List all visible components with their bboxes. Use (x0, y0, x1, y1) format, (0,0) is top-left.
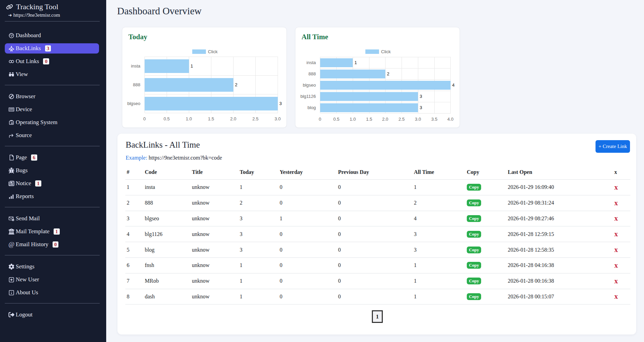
svg-text:3: 3 (420, 105, 422, 110)
svg-text:2.0: 2.0 (382, 117, 388, 122)
svg-text:3.5: 3.5 (431, 117, 437, 122)
svg-text:1.0: 1.0 (350, 117, 356, 122)
svg-text:3: 3 (420, 94, 422, 99)
svg-text:blgseo: blgseo (303, 83, 316, 88)
svg-text:4.0: 4.0 (447, 117, 453, 122)
svg-text:Click: Click (208, 49, 218, 54)
svg-text:0.5: 0.5 (333, 117, 339, 122)
svg-text:2: 2 (235, 82, 237, 87)
svg-text:2.5: 2.5 (252, 116, 258, 121)
svg-text:3.0: 3.0 (415, 117, 421, 122)
svg-text:1.5: 1.5 (366, 117, 372, 122)
svg-text:888: 888 (133, 82, 140, 87)
svg-text:2.0: 2.0 (230, 116, 236, 121)
svg-text:1.5: 1.5 (208, 116, 214, 121)
svg-text:3.0: 3.0 (275, 116, 281, 121)
svg-text:1: 1 (191, 63, 193, 69)
svg-text:0: 0 (143, 116, 145, 121)
svg-text:Click: Click (381, 49, 391, 54)
svg-text:1.0: 1.0 (186, 116, 192, 121)
svg-text:insta: insta (131, 63, 141, 69)
svg-text:0.5: 0.5 (164, 116, 170, 121)
svg-text:blg1126: blg1126 (300, 94, 316, 99)
svg-text:blog: blog (307, 105, 316, 110)
svg-text:3: 3 (279, 101, 282, 106)
svg-text:4: 4 (452, 83, 454, 88)
svg-text:1: 1 (354, 60, 357, 65)
svg-text:2: 2 (387, 71, 389, 76)
svg-text:888: 888 (308, 71, 316, 76)
svg-text:blgseo: blgseo (127, 101, 140, 106)
svg-text:2.5: 2.5 (398, 117, 405, 122)
svg-text:0: 0 (319, 117, 321, 122)
svg-text:insta: insta (307, 60, 316, 65)
